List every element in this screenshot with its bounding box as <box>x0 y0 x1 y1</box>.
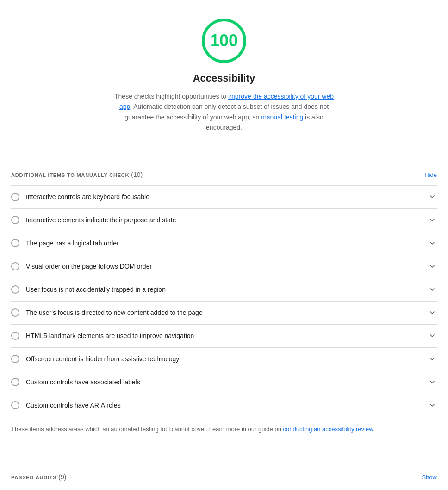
score-section: 100 Accessibility These checks highlight… <box>11 0 437 147</box>
chevron-down-icon <box>428 308 437 317</box>
audit-status-icon <box>11 401 19 409</box>
audit-item-text: Offscreen content is hidden from assisti… <box>26 354 179 364</box>
audit-item-text: Interactive controls are keyboard focusa… <box>26 192 149 202</box>
audit-item-text: The page has a logical tab order <box>26 239 119 248</box>
audit-item-text: User focus is not accidentally trapped i… <box>26 285 166 295</box>
audit-item-text: Visual order on the page follows DOM ord… <box>26 262 152 271</box>
manual-footer-before: These items address areas which an autom… <box>11 426 283 433</box>
manual-check-label: ADDITIONAL ITEMS TO MANUALLY CHECK (10) <box>11 170 143 180</box>
manual-footer-note: These items address areas which an autom… <box>11 417 437 442</box>
score-title: Accessibility <box>193 70 255 86</box>
chevron-down-icon <box>428 331 437 340</box>
audit-item-text: Interactive elements indicate their purp… <box>26 215 176 225</box>
chevron-down-icon <box>428 377 437 387</box>
manual-footer-after: . <box>373 426 375 433</box>
chevron-down-icon <box>428 354 437 364</box>
chevron-down-icon <box>428 262 437 271</box>
score-description: These checks highlight opportunities to … <box>108 91 340 133</box>
audit-status-icon <box>11 216 19 224</box>
accessibility-review-link[interactable]: conducting an accessibility review <box>283 426 373 433</box>
description-text-before: These checks highlight opportunities to <box>114 93 228 100</box>
audit-status-icon <box>11 378 19 386</box>
passed-audits-label: PASSED AUDITS <box>11 475 56 480</box>
chevron-down-icon <box>428 215 437 225</box>
passed-audits-label-container: PASSED AUDITS (9) <box>11 472 66 482</box>
passed-audits-toggle[interactable]: Show <box>422 474 437 481</box>
passed-audits-count: (9) <box>58 473 66 481</box>
chevron-down-icon <box>428 401 437 410</box>
audit-item[interactable]: Interactive controls are keyboard focusa… <box>11 186 437 209</box>
audit-item-text: HTML5 landmark elements are used to impr… <box>26 331 194 341</box>
audit-item-text: Custom controls have associated labels <box>26 377 140 387</box>
audit-item-text: The user's focus is directed to new cont… <box>26 308 203 318</box>
audit-status-icon <box>11 262 19 270</box>
audit-item[interactable]: The user's focus is directed to new cont… <box>11 302 437 325</box>
audit-item[interactable]: User focus is not accidentally trapped i… <box>11 278 437 302</box>
audit-status-icon <box>11 285 19 294</box>
chevron-down-icon <box>428 192 437 201</box>
audit-item[interactable]: Interactive elements indicate their purp… <box>11 209 437 232</box>
manual-check-toggle[interactable]: Hide <box>424 171 437 178</box>
audit-item-text: Custom controls have ARIA roles <box>26 401 121 410</box>
audit-list: Interactive controls are keyboard focusa… <box>11 185 437 417</box>
audit-status-icon <box>11 308 19 317</box>
manual-check-count: (10) <box>131 171 143 178</box>
audit-item[interactable]: Offscreen content is hidden from assisti… <box>11 348 437 371</box>
audit-item[interactable]: The page has a logical tab order <box>11 232 437 255</box>
passed-audits-section: PASSED AUDITS (9) Show <box>11 449 437 488</box>
manual-testing-link[interactable]: manual testing <box>261 113 303 121</box>
audit-status-icon <box>11 332 19 340</box>
manual-check-header: ADDITIONAL ITEMS TO MANUALLY CHECK (10) … <box>11 161 437 185</box>
audit-item[interactable]: Custom controls have ARIA roles <box>11 394 437 417</box>
chevron-down-icon <box>428 285 437 294</box>
audit-item[interactable]: Custom controls have associated labels <box>11 371 437 394</box>
score-value: 100 <box>210 28 238 53</box>
audit-item[interactable]: HTML5 landmark elements are used to impr… <box>11 325 437 348</box>
audit-status-icon <box>11 193 19 201</box>
audit-status-icon <box>11 355 19 363</box>
chevron-down-icon <box>428 239 437 248</box>
score-circle: 100 <box>202 19 246 63</box>
passed-audits-header: PASSED AUDITS (9) Show <box>11 463 437 488</box>
manual-check-label-text: ADDITIONAL ITEMS TO MANUALLY CHECK <box>11 172 129 178</box>
audit-item[interactable]: Visual order on the page follows DOM ord… <box>11 255 437 278</box>
audit-status-icon <box>11 239 19 247</box>
